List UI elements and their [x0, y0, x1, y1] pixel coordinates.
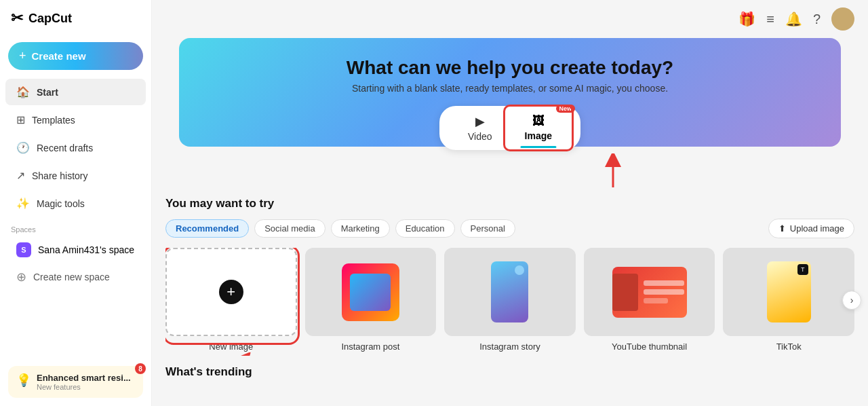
share-history-icon: ↗ — [16, 169, 25, 182]
yt-right — [644, 280, 687, 303]
sidebar-item-share-history[interactable]: ↗ Share history — [5, 162, 146, 189]
create-space-button[interactable]: ⊕ Create new space — [5, 264, 146, 290]
tab-video[interactable]: ▶ Video — [452, 110, 509, 146]
instagram-story-thumbnail — [444, 248, 576, 336]
instagram-story-image — [444, 261, 576, 322]
filter-education[interactable]: Education — [395, 219, 455, 238]
next-button[interactable]: › — [842, 291, 861, 310]
hero-title: What can we help you create today? — [347, 57, 673, 79]
sidebar-item-magic-tools-label: Magic tools — [37, 198, 85, 209]
youtube-thumb-image — [584, 261, 715, 322]
notification-title: Enhanced smart resi... — [37, 373, 131, 383]
template-grid-container: + New image — [165, 248, 854, 356]
content-area: You may want to try Recommended Social m… — [152, 187, 868, 406]
sidebar-item-recent-drafts-label: Recent drafts — [37, 143, 93, 153]
home-icon: 🏠 — [16, 86, 30, 98]
tiktok-card[interactable]: T TikTok — [723, 248, 854, 356]
templates-icon: ⊞ — [16, 113, 25, 126]
hero-banner: What can we help you create today? Start… — [179, 38, 841, 147]
space-avatar: S — [16, 242, 31, 257]
upload-label: Upload image — [790, 223, 844, 234]
tiktok-mock: T — [767, 261, 811, 322]
create-space-icon: ⊕ — [16, 270, 26, 284]
space-item-sana[interactable]: S Sana Amin431's space — [5, 237, 146, 263]
sidebar-item-templates[interactable]: ⊞ Templates — [5, 107, 146, 133]
sidebar-item-templates-label: Templates — [32, 115, 75, 126]
filter-marketing[interactable]: Marketing — [331, 219, 390, 238]
notification-icon: 💡 — [16, 373, 31, 388]
insta-inner-mock — [350, 274, 391, 311]
red-arrow-up — [593, 153, 633, 191]
tab-image[interactable]: 🖼 Image — [509, 110, 568, 145]
image-tab-icon: 🖼 — [532, 114, 545, 128]
upload-image-button[interactable]: ⬆ Upload image — [768, 219, 854, 238]
instagram-story-label: Instagram story — [444, 342, 576, 356]
youtube-thumbnail-card[interactable]: YouTube thumbnail — [584, 248, 715, 356]
notification-badge: 8 — [135, 363, 146, 374]
new-badge: New — [556, 105, 576, 113]
logo-icon: ✂ — [11, 10, 23, 27]
new-image-card-wrapper: + New image — [165, 248, 297, 356]
yt-thumb-mock — [612, 267, 687, 318]
section-title: You may want to try — [165, 197, 854, 210]
help-icon[interactable]: ? — [813, 12, 821, 27]
main-content: 🎁 ≡ 🔔 ? What can we help you create toda… — [152, 0, 868, 406]
trending-title: What's trending — [165, 365, 854, 379]
video-tab-icon: ▶ — [475, 114, 485, 129]
filter-row: Recommended Social media Marketing Educa… — [165, 219, 854, 238]
insta-story-mock — [491, 261, 528, 322]
youtube-thumbnail-label: YouTube thumbnail — [584, 342, 715, 356]
logo-text: CapCut — [28, 12, 72, 26]
yt-line3 — [644, 298, 668, 303]
video-tab-label: Video — [468, 131, 492, 142]
template-grid: + New image — [165, 248, 854, 356]
tiktok-thumbnail: T — [723, 248, 854, 336]
instagram-post-card[interactable]: Instagram post — [305, 248, 437, 356]
sidebar-item-share-history-label: Share history — [32, 170, 87, 181]
image-tab-wrapper: 🖼 Image New — [509, 110, 568, 146]
logo: ✂ CapCut — [0, 0, 151, 37]
bell-icon[interactable]: 🔔 — [785, 11, 802, 27]
notification-text: Enhanced smart resi... New features — [37, 373, 131, 391]
magic-tools-icon: ✨ — [16, 197, 30, 210]
notification-banner[interactable]: 💡 Enhanced smart resi... New features 8 — [8, 366, 143, 398]
sidebar-item-magic-tools[interactable]: ✨ Magic tools — [5, 190, 146, 217]
new-image-card[interactable]: + — [165, 248, 297, 336]
youtube-thumbnail-thumbnail — [584, 248, 715, 336]
instagram-post-thumbnail — [305, 248, 437, 336]
notification-subtitle: New features — [37, 383, 131, 391]
yt-line1 — [644, 280, 684, 286]
user-avatar[interactable] — [831, 7, 854, 31]
menu-icon[interactable]: ≡ — [766, 12, 774, 27]
sidebar-item-recent-drafts[interactable]: 🕐 Recent drafts — [5, 134, 146, 161]
tiktok-image: T — [723, 261, 854, 322]
hero-subtitle: Starting with a blank slate, ready templ… — [352, 83, 668, 94]
sidebar: ✂ CapCut + Create new 🏠 Start ⊞ Template… — [0, 0, 152, 406]
upload-icon: ⬆ — [778, 223, 786, 234]
sidebar-item-start[interactable]: 🏠 Start — [5, 79, 146, 105]
space-item-sana-label: Sana Amin431's space — [38, 244, 134, 255]
create-new-label: Create new — [32, 50, 86, 62]
add-icon: + — [219, 280, 243, 304]
topbar: 🎁 ≡ 🔔 ? — [152, 0, 868, 38]
plus-icon: + — [19, 49, 26, 63]
filter-recommended[interactable]: Recommended — [165, 219, 249, 238]
story-dot — [515, 265, 524, 275]
instagram-post-image — [305, 261, 437, 322]
filter-personal[interactable]: Personal — [460, 219, 515, 238]
spaces-label: Spaces — [0, 217, 151, 236]
tiktok-label: TikTok — [723, 342, 854, 356]
instagram-post-label: Instagram post — [305, 342, 437, 356]
create-new-button[interactable]: + Create new — [8, 42, 143, 70]
gift-icon[interactable]: 🎁 — [738, 11, 755, 27]
instagram-story-card[interactable]: Instagram story — [444, 248, 576, 356]
insta-post-mock — [342, 263, 399, 321]
image-tab-label: Image — [525, 130, 552, 141]
filter-social-media[interactable]: Social media — [254, 219, 325, 238]
tiktok-logo: T — [797, 264, 808, 275]
tiktok-t: T — [801, 266, 805, 273]
yt-left — [612, 274, 638, 311]
recent-drafts-icon: 🕐 — [16, 141, 30, 154]
new-image-label: New image — [165, 342, 297, 356]
sidebar-item-start-label: Start — [37, 87, 58, 98]
